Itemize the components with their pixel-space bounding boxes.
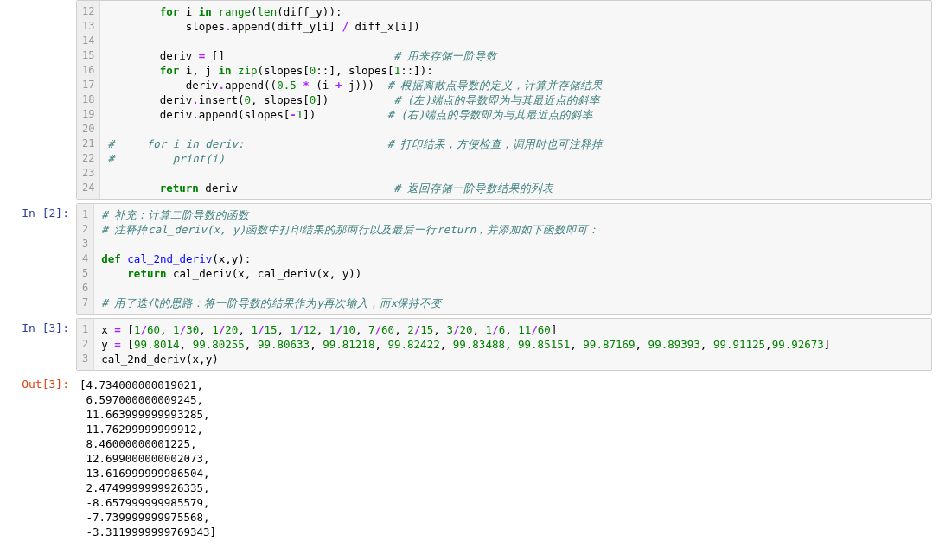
code-cell: In [2]:1 2 3 4 5 6 7# 补充：计算二阶导数的函数 # 注释掉… — [0, 203, 932, 315]
code-content[interactable]: x = [1/60, 1/30, 1/20, 1/15, 1/12, 1/10,… — [94, 319, 931, 370]
output-prompt: Out[3]: — [0, 374, 76, 391]
input-prompt: In [3]: — [0, 318, 76, 334]
code-content[interactable]: # 补充：计算二阶导数的函数 # 注释掉cal_deriv(x, y)函数中打印… — [94, 204, 931, 314]
output-cell: Out[3]:[4.734000000019021, 6.59700000000… — [0, 374, 932, 543]
line-number-gutter: 12 13 14 15 16 17 18 19 20 21 22 23 24 — [77, 1, 100, 199]
output-content: [4.734000000019021, 6.597000000009245, 1… — [76, 374, 932, 543]
code-content[interactable]: for i in range(len(diff_y)): slopes.appe… — [100, 1, 931, 199]
code-cell: In [3]:1 2 3x = [1/60, 1/30, 1/20, 1/15,… — [0, 318, 932, 371]
code-input-area[interactable]: 12 13 14 15 16 17 18 19 20 21 22 23 24 f… — [76, 0, 932, 200]
line-number-gutter: 1 2 3 4 5 6 7 — [77, 204, 94, 314]
input-prompt: In [2]: — [0, 203, 76, 220]
code-cell: 12 13 14 15 16 17 18 19 20 21 22 23 24 f… — [0, 0, 932, 200]
code-input-area[interactable]: 1 2 3x = [1/60, 1/30, 1/20, 1/15, 1/12, … — [76, 318, 932, 371]
input-prompt — [0, 0, 76, 3]
code-input-area[interactable]: 1 2 3 4 5 6 7# 补充：计算二阶导数的函数 # 注释掉cal_der… — [76, 203, 932, 315]
notebook: 12 13 14 15 16 17 18 19 20 21 22 23 24 f… — [0, 0, 939, 543]
line-number-gutter: 1 2 3 — [77, 319, 94, 370]
